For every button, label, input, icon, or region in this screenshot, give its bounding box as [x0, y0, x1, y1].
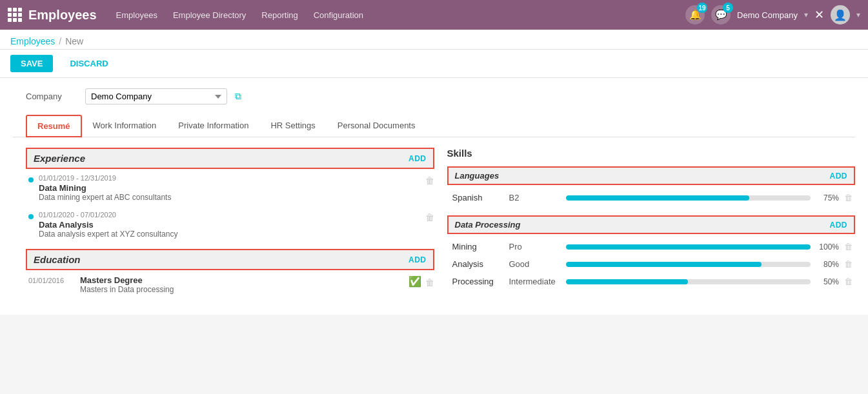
skill-row: Processing Intermediate 50% 🗑: [447, 274, 856, 289]
education-add-button[interactable]: ADD: [409, 255, 427, 264]
skill-delete-icon[interactable]: 🗑: [844, 259, 853, 269]
tab-private-information[interactable]: Private Information: [167, 115, 259, 137]
experience-date: 01/01/2020 - 07/01/2020: [39, 211, 420, 219]
skill-pct: 50%: [816, 277, 839, 286]
experience-content: 01/01/2019 - 12/31/2019 Data Mining Data…: [39, 174, 420, 202]
data-processing-add-button[interactable]: ADD: [830, 221, 848, 230]
nav-reporting[interactable]: Reporting: [255, 8, 304, 23]
discard-button[interactable]: DISCARD: [59, 55, 118, 72]
breadcrumb: Employees / New: [0, 30, 868, 50]
experience-section: Experience ADD 01/01/2019 - 12/31/2019 D…: [26, 148, 434, 239]
skill-name: Processing: [452, 277, 504, 286]
skills-section-languages: Languages ADD Spanish B2 75% 🗑: [447, 166, 856, 205]
skill-bar-fill: [566, 195, 750, 201]
breadcrumb-separator: /: [59, 36, 61, 46]
education-item-title: Masters Degree: [80, 275, 402, 285]
skill-level: Pro: [509, 242, 561, 251]
skill-bar-bg: [566, 195, 811, 201]
company-field-row: Company Demo Company ⧉: [13, 88, 855, 104]
experience-content: 01/01/2020 - 07/01/2020 Data Analysis Da…: [39, 211, 420, 239]
skills-title: Skills: [447, 148, 856, 159]
skills-section-data-processing: Data Processing ADD Mining Pro 100% 🗑 An…: [447, 215, 856, 289]
main-columns: Experience ADD 01/01/2019 - 12/31/2019 D…: [13, 148, 855, 304]
tab-work-information[interactable]: Work Information: [82, 115, 168, 137]
tab-hr-settings[interactable]: HR Settings: [259, 115, 326, 137]
external-link-icon[interactable]: ⧉: [235, 91, 241, 102]
languages-add-button[interactable]: ADD: [830, 172, 848, 181]
experience-item-title: Data Mining: [39, 183, 420, 193]
experience-item-title: Data Analysis: [39, 220, 420, 230]
education-header: Education ADD: [26, 249, 434, 270]
navbar-right: 🔔 19 💬 5 Demo Company ▾ ✕ 👤 ▾: [685, 5, 860, 25]
skill-row: Mining Pro 100% 🗑: [447, 239, 856, 254]
close-button[interactable]: ✕: [814, 8, 824, 22]
skill-level: B2: [509, 193, 561, 202]
skill-pct: 75%: [816, 193, 839, 202]
education-item: 01/01/2016 Masters Degree Masters in Dat…: [26, 275, 434, 294]
navbar: Employees Employees Employee Directory R…: [0, 0, 868, 30]
skill-level: Good: [509, 259, 561, 269]
experience-dot: [28, 177, 34, 182]
education-date: 01/01/2016: [28, 275, 74, 284]
skill-name: Analysis: [452, 259, 504, 269]
avatar-caret-icon: ▾: [856, 10, 860, 19]
avatar[interactable]: 👤: [831, 5, 850, 25]
tab-resume[interactable]: Resumé: [26, 115, 82, 137]
experience-date: 01/01/2019 - 12/31/2019: [39, 174, 420, 182]
messages-button[interactable]: 💬 5: [711, 5, 731, 25]
experience-item: 01/01/2020 - 07/01/2020 Data Analysis Da…: [26, 211, 434, 239]
skill-name: Spanish: [452, 193, 504, 202]
education-check-icon: ✅: [409, 275, 421, 288]
breadcrumb-parent[interactable]: Employees: [10, 36, 55, 46]
action-bar: SAVE DISCARD: [0, 50, 868, 78]
skill-bar-fill: [566, 244, 811, 250]
grid-icon[interactable]: [8, 8, 22, 22]
skill-delete-icon[interactable]: 🗑: [844, 193, 853, 202]
app-title: Employees: [28, 8, 97, 23]
skill-row: Spanish B2 75% 🗑: [447, 190, 856, 205]
skill-bar-bg: [566, 244, 811, 250]
skill-level: Intermediate: [509, 277, 561, 286]
skill-bar-bg: [566, 262, 811, 267]
right-column: Skills Languages ADD Spanish B2 75% 🗑: [447, 148, 856, 304]
education-content: Masters Degree Masters in Data processin…: [80, 275, 402, 294]
tab-personal-documents[interactable]: Personal Documents: [327, 115, 427, 137]
experience-item-desc: Data mining expert at ABC consultants: [39, 193, 420, 202]
breadcrumb-current: New: [65, 36, 83, 46]
languages-header: Languages ADD: [447, 166, 856, 185]
skill-pct: 80%: [816, 260, 839, 269]
experience-header: Experience ADD: [26, 148, 434, 169]
skill-delete-icon[interactable]: 🗑: [844, 277, 853, 286]
company-switcher[interactable]: Demo Company: [737, 10, 798, 20]
notification-bell-button[interactable]: 🔔 19: [685, 5, 705, 25]
brand[interactable]: Employees: [8, 8, 97, 23]
skill-name: Mining: [452, 242, 504, 251]
save-button[interactable]: SAVE: [10, 55, 53, 72]
skill-bar-fill: [566, 279, 689, 284]
notification-count: 19: [697, 3, 707, 13]
nav-employee-directory[interactable]: Employee Directory: [167, 8, 252, 23]
nav-configuration[interactable]: Configuration: [307, 8, 370, 23]
experience-item-delete[interactable]: 🗑: [425, 211, 434, 222]
content-area: Company Demo Company ⧉ Resumé Work Infor…: [0, 78, 868, 315]
skill-bar-bg: [566, 279, 811, 284]
education-item-delete[interactable]: 🗑: [425, 276, 434, 288]
company-caret-icon: ▾: [804, 10, 808, 19]
skill-delete-icon[interactable]: 🗑: [844, 242, 853, 251]
nav-employees[interactable]: Employees: [110, 8, 164, 23]
tabs: Resumé Work Information Private Informat…: [13, 115, 855, 137]
company-select[interactable]: Demo Company: [85, 88, 227, 104]
experience-item-desc: Data analysis expert at XYZ consultancy: [39, 230, 420, 239]
data-processing-header: Data Processing ADD: [447, 215, 856, 234]
education-section: Education ADD 01/01/2016 Masters Degree …: [26, 249, 434, 294]
education-title: Education: [34, 254, 81, 265]
experience-item-delete[interactable]: 🗑: [425, 174, 434, 186]
experience-add-button[interactable]: ADD: [409, 154, 427, 163]
education-item-actions: ✅ 🗑: [409, 275, 434, 288]
experience-title: Experience: [34, 153, 85, 164]
skill-pct: 100%: [816, 242, 839, 251]
messages-count: 5: [723, 3, 733, 13]
education-item-desc: Masters in Data processing: [80, 285, 402, 294]
experience-dot: [28, 214, 34, 219]
experience-item: 01/01/2019 - 12/31/2019 Data Mining Data…: [26, 174, 434, 202]
